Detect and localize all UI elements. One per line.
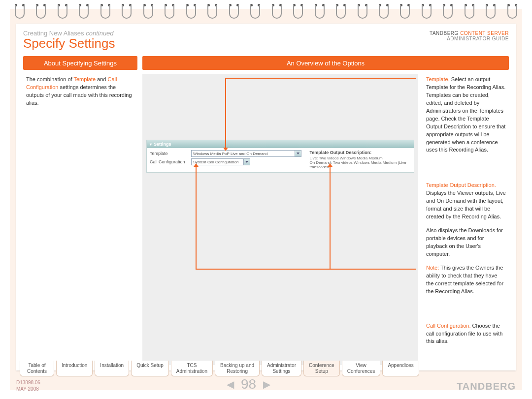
about-column: The combination of Template and Call Con… xyxy=(23,74,137,365)
about-paragraph: The combination of Template and Call Con… xyxy=(26,76,134,107)
bottom-nav: Table ofContentsIntroductionInstallation… xyxy=(20,361,419,376)
arrowhead-up-icon xyxy=(328,163,332,167)
callcfg-select[interactable]: System Call Configuration xyxy=(191,158,250,165)
output-desc-line1: Live: Two videos Windows Media Medium xyxy=(309,156,411,160)
body-columns: The combination of Template and Call Con… xyxy=(23,74,509,365)
desc-template-output-2: Also displays the Downloads for portable… xyxy=(426,227,506,258)
callout-line xyxy=(196,269,416,270)
section-tabs: About Specifying Settings An Overview of… xyxy=(23,56,509,70)
nav-tab-appendices[interactable]: Appendices xyxy=(382,361,419,376)
output-desc-line2: On Demand: Two videos Windows Media Medi… xyxy=(309,160,411,169)
callout-line xyxy=(225,78,226,148)
arrowhead-down-icon xyxy=(223,148,228,151)
page-number: 98 xyxy=(241,376,256,392)
nav-tab-backing-up-and[interactable]: Backing up andRestoring xyxy=(215,361,260,376)
callout-line xyxy=(225,78,416,79)
desc-template-output: Template Output Description. Displays th… xyxy=(426,182,506,221)
callcfg-label: Call Configuration xyxy=(150,159,188,164)
pager: ◀ 98 ▶ xyxy=(227,376,270,392)
desc-call-config: Call Configuration. Choose the call conf… xyxy=(426,322,506,346)
doc-meta: D13898.06 MAY 2008 xyxy=(16,379,40,392)
callcfg-value: System Call Configuration xyxy=(193,160,238,164)
brand-product: CONTENT SERVER xyxy=(460,31,509,36)
template-row: Template Windows Media PoP Live and On D… xyxy=(150,150,301,157)
template-label: Template xyxy=(150,151,188,156)
screenshot-panel: ▾ Settings Template Windows Media PoP Li… xyxy=(142,74,418,365)
brand-name: TANDBERG xyxy=(430,31,459,36)
settings-panel-header[interactable]: ▾ Settings xyxy=(147,140,414,148)
doc-date: MAY 2008 xyxy=(16,386,40,392)
nav-tab-view[interactable]: ViewConferences xyxy=(342,361,381,376)
nav-tab-table-of[interactable]: Table ofContents xyxy=(20,361,54,376)
doc-id: D13898.06 xyxy=(16,379,40,386)
tab-about-specifying: About Specifying Settings xyxy=(23,56,137,70)
arrowhead-up-icon xyxy=(194,163,199,167)
desc-template: Template. Select an output Template for … xyxy=(426,76,506,154)
output-desc-header: Template Output Description: xyxy=(309,150,411,155)
footer-brand: TANDBERG xyxy=(457,381,516,392)
chevron-down-icon xyxy=(297,153,299,154)
settings-header-label: Settings xyxy=(154,142,171,147)
nav-tab-quick-setup[interactable]: Quick Setup xyxy=(131,361,168,376)
settings-panel: ▾ Settings Template Windows Media PoP Li… xyxy=(146,140,414,173)
template-select[interactable]: Windows Media PoP Live and On Demand xyxy=(191,150,301,157)
output-description: Template Output Description: Live: Two v… xyxy=(309,150,411,169)
callout-line xyxy=(330,166,331,270)
nav-tab-installation[interactable]: Installation xyxy=(95,361,129,376)
nav-tab-administrator[interactable]: AdministratorSettings xyxy=(262,361,301,376)
callout-line xyxy=(196,166,197,270)
callcfg-row: Call Configuration System Call Configura… xyxy=(150,158,301,165)
nav-tab-tcs[interactable]: TCSAdministration xyxy=(171,361,213,376)
spiral-binding xyxy=(15,4,517,24)
template-value: Windows Media PoP Live and On Demand xyxy=(193,152,268,156)
collapse-icon: ▾ xyxy=(150,142,152,147)
page-content: Creating New Aliases continued Specify S… xyxy=(16,24,516,370)
nav-tab-conference[interactable]: ConferenceSetup xyxy=(303,361,340,376)
description-column: Template. Select an output Template for … xyxy=(423,74,509,365)
nav-tab-introduction[interactable]: Introduction xyxy=(56,361,93,376)
prev-page-button[interactable]: ◀ xyxy=(227,378,234,390)
tab-overview-options: An Overview of the Options xyxy=(142,56,509,70)
next-page-button[interactable]: ▶ xyxy=(263,378,270,390)
desc-note: Note: This gives the Owners the ability … xyxy=(426,264,506,296)
settings-panel-body: Template Windows Media PoP Live and On D… xyxy=(147,148,414,172)
brand-subtitle: ADMINISTRATOR GUIDE xyxy=(430,36,509,41)
footer: D13898.06 MAY 2008 ◀ 98 ▶ TANDBERG xyxy=(16,376,516,392)
chevron-down-icon xyxy=(245,161,248,163)
brand-block: TANDBERG CONTENT SERVER ADMINISTRATOR GU… xyxy=(430,31,509,41)
